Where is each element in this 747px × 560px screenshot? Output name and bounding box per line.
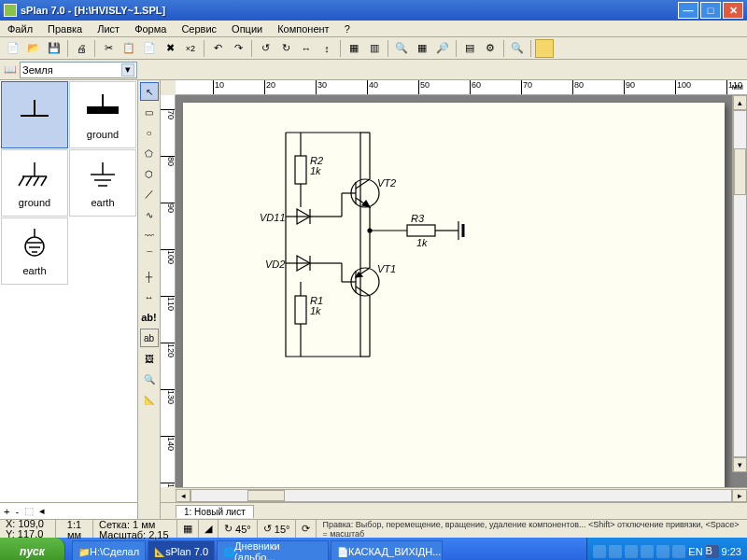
rect-tool-icon[interactable]: ▭ [140,103,159,121]
taskbar-item-3[interactable]: 🌐 Дневники (альбо... [217,540,329,560]
copy-icon[interactable]: 📋 [120,39,138,58]
tray-icon[interactable] [672,545,685,558]
menu-service[interactable]: Сервис [177,22,220,35]
refresh-icon[interactable]: ⟳ [296,520,317,538]
close-button[interactable]: ✕ [723,2,743,19]
text-tool-icon[interactable]: ab! [140,308,159,327]
svg-rect-40 [407,225,435,236]
search-icon[interactable]: 🔎 [433,39,452,58]
schematic-drawing: R2 1k R1 1k R3 1k VT2 VT1 VD11 VD2 [286,133,491,357]
circle-tool-icon[interactable]: ○ [140,123,159,142]
combo-arrow-icon[interactable]: ▾ [121,63,134,77]
main-toolbar: 📄 📂 💾 🖨 ✂ 📋 📄 ✖ ×2 ↶ ↷ ↺ ↻ ↔ ↕ ▦ ▥ 🔍 ▦ 🔎… [0,37,747,60]
library-combo[interactable]: Земля ▾ [20,62,137,78]
pointer-tool-icon[interactable]: ↖ [140,82,159,101]
print-icon[interactable]: 🖨 [72,39,91,58]
save-icon[interactable]: 💾 [45,39,63,58]
clock[interactable]: 9:23 [722,546,741,557]
maximize-button[interactable]: □ [700,2,721,19]
bezier-tool-icon[interactable]: ∿ [140,205,159,224]
window-title: sPlan 7.0 - [H:\HVISLY~1.SPL] [21,5,678,16]
paste-icon[interactable]: 📄 [140,39,159,58]
spline-tool-icon[interactable]: 〰 [140,226,159,245]
menu-file[interactable]: Файл [4,22,36,35]
scrollbar-vertical[interactable]: ▴▾ [732,95,747,472]
layers-icon[interactable]: ▤ [460,39,479,58]
taskbar-item-2[interactable]: 📐 sPlan 7.0 [148,540,215,560]
flip-v-icon[interactable]: ↕ [317,39,336,58]
group-icon[interactable]: ▦ [345,39,363,58]
svg-point-15 [25,237,44,256]
ungroup-icon[interactable]: ▥ [365,39,384,58]
svg-rect-26 [295,296,306,324]
lib-arrow-icon[interactable]: ◂ [39,505,45,517]
tray-icon[interactable] [641,545,654,558]
lib-item-ground-3[interactable]: ground [1,149,68,217]
snap-grid-icon[interactable]: ▦ [177,520,199,538]
start-button[interactable]: пуск [0,538,65,560]
canvas[interactable]: R2 1k R1 1k R3 1k VT2 VT1 VD11 VD2 [176,95,747,487]
flip-h-icon[interactable]: ↔ [297,39,316,58]
grid-icon[interactable]: ▦ [413,39,431,58]
svg-rect-19 [295,156,306,184]
arc-tool-icon[interactable]: ⌒ [140,246,159,265]
scrollbar-horizontal[interactable]: ◂▸ [176,487,747,502]
page: R2 1k R1 1k R3 1k VT2 VT1 VD11 VD2 [183,103,725,487]
poly-tool-icon[interactable]: ⬠ [140,144,159,162]
duplicate-icon[interactable]: ×2 [181,39,200,58]
taskbar-item-4[interactable]: 📄 КАСКАД_ВИХІДН... [331,540,443,560]
rotate-fine-icon[interactable]: ↺ [263,523,272,535]
rotate-step-icon[interactable]: ↻ [224,523,233,535]
status-hint: Правка: Выбор, перемещение, вращение, уд… [317,520,747,539]
svg-rect-3 [87,106,119,114]
minimize-button[interactable]: — [678,2,698,19]
label-tool-icon[interactable]: ab [140,329,159,347]
statusbar: X: 109,0 Y: 117,0 1:1 мм Сетка: 1 мм Мас… [0,519,747,538]
menubar: Файл Правка Лист Форма Сервис Опции Комп… [0,21,747,37]
menu-help[interactable]: ? [341,22,354,35]
zoom-in-icon[interactable]: 🔍 [508,39,527,58]
settings-icon[interactable]: ⚙ [481,39,500,58]
sheet-tab-1[interactable]: 1: Новый лист [176,505,254,518]
tray-icon[interactable] [625,545,638,558]
undo-icon[interactable]: ↶ [208,39,227,58]
menu-edit[interactable]: Правка [44,22,86,35]
line-tool-icon[interactable]: ／ [140,185,159,203]
tray-icon[interactable] [593,545,606,558]
rotate-ccw-icon[interactable]: ↺ [256,39,275,58]
library-bar: 📖 Земля ▾ [0,60,747,80]
svg-text:R3: R3 [411,213,425,224]
menu-component[interactable]: Компонент [274,22,332,35]
menu-sheet[interactable]: Лист [93,22,123,35]
junction-tool-icon[interactable]: ┼ [140,267,159,286]
rotate-cw-icon[interactable]: ↻ [276,39,295,58]
lib-remove-icon[interactable]: - [15,506,19,517]
lib-item-ground-1[interactable] [1,81,68,148]
menu-form[interactable]: Форма [131,22,170,35]
shape-tool-icon[interactable]: ⬡ [140,164,159,183]
cut-icon[interactable]: ✂ [99,39,118,58]
dimension-tool-icon[interactable]: ↔ [140,287,159,306]
tray-icon[interactable]: В [706,545,719,558]
tray-icon[interactable] [609,545,622,558]
lib-add-icon[interactable]: + [4,506,9,517]
system-tray[interactable]: EN В 9:23 [586,538,747,560]
lib-item-earth-1[interactable]: earth [69,149,136,217]
lib-item-ground-2[interactable]: ground [69,81,136,148]
redo-icon[interactable]: ↷ [229,39,247,58]
open-icon[interactable]: 📂 [24,39,43,58]
lib-item-earth-2[interactable]: earth [1,217,68,285]
delete-icon[interactable]: ✖ [161,39,179,58]
measure-tool-icon[interactable]: 📐 [140,390,159,409]
angle-snap-icon[interactable]: ◢ [199,520,218,538]
new-icon[interactable]: 📄 [4,39,22,58]
image-tool-icon[interactable]: 🖼 [140,349,159,368]
tray-icon[interactable] [656,545,669,558]
zoom-tool-icon[interactable]: 🔍 [392,39,411,58]
taskbar-item-1[interactable]: 📁 H:\Сделал [72,540,146,560]
svg-text:VD11: VD11 [260,212,286,223]
menu-options[interactable]: Опции [228,22,266,35]
lang-indicator[interactable]: EN [688,546,702,557]
zoom-tool-icon[interactable]: 🔍 [140,370,159,388]
color-icon[interactable] [535,39,554,58]
